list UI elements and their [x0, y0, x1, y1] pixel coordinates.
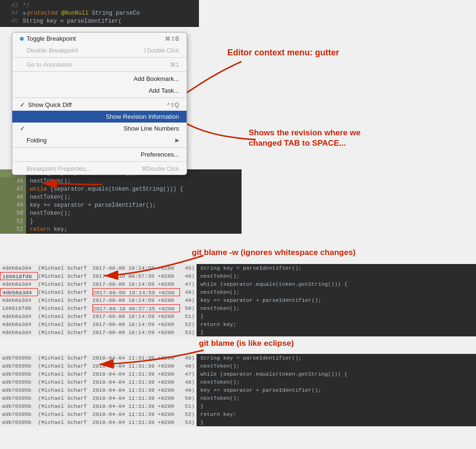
menu-item-show-quick-diff[interactable]: ✓ Show Quick Diff ^⇧Q	[12, 99, 187, 111]
blame-date-1-6: 2017-08-10 00:57:35 +0200	[92, 304, 180, 312]
label-git-blame-w: git blame -w (ignores whitespace changes…	[192, 247, 356, 258]
menu-item-disable-breakpoint[interactable]: Disable Breakpoint ⇧Double Click	[12, 44, 187, 56]
line-num-43: 43	[4, 2, 18, 9]
blame-hash-1-3: 4deb8a3d4	[0, 280, 38, 288]
menu-item-show-line-numbers[interactable]: ✓ Show Line Numbers	[12, 123, 187, 134]
menu-item-toggle-breakpoint[interactable]: Toggle Breakpoint ⌘⇧B	[12, 33, 187, 44]
menu-label-show-quick-diff: Show Quick Diff	[28, 101, 72, 108]
label-git-blame: git blame (is like eclipse)	[199, 338, 294, 349]
menu-item-folding[interactable]: Folding ▶	[12, 134, 187, 146]
blame2-date-6: 2018-04-04 11:31:39 +0200	[92, 394, 180, 402]
blame2-date-3: 2018-04-04 11:31:39 +0200	[92, 370, 180, 378]
arrow-folding: ▶	[175, 137, 179, 143]
blame-section-1: 4deb8a3d4 (Michael Scharf 2017-08-09 18:…	[0, 264, 476, 336]
blame2-author-9: (Michael Scharf	[38, 418, 92, 426]
menu-item-add-bookmark[interactable]: Add Bookmark...	[12, 73, 187, 85]
blame2-hash-5: a9b76505b	[0, 386, 38, 394]
menu-divider-5	[12, 161, 187, 162]
blame2-code-2: nextToken();	[197, 362, 476, 370]
menu-label-breakpoint-properties: Breakpoint Properties...	[27, 165, 91, 172]
blame2-author-6: (Michael Scharf	[38, 394, 92, 402]
blame-date-1-5: 2017-08-09 18:14:59 +0200	[92, 296, 180, 304]
shortcut-show-quick-diff: ^⇧Q	[167, 102, 179, 108]
line-code-43: */	[23, 2, 29, 9]
blame2-hash-8: a9b76505b	[0, 410, 38, 418]
blame-linenum-1-9: 53)	[180, 328, 197, 336]
blame-code-1-3: while (separator.equals(token.getString(…	[197, 280, 476, 288]
blame-author-1-4: (Michael Scharf	[38, 288, 92, 296]
blame-hash-1-7: 4deb8a3d4	[0, 312, 38, 320]
line-code-44: protected @NonNull String parseCo	[27, 10, 140, 17]
blame-date-1-8: 2017-08-09 18:14:59 +0200	[92, 320, 180, 328]
menu-item-add-task[interactable]: Add Task...	[12, 85, 187, 97]
blame-author-1-2: (Michael Scharf	[38, 272, 92, 280]
blame-date-1-4: 2017-08-09 18:14:59 +0200	[92, 288, 180, 296]
menu-divider-4	[12, 147, 187, 148]
blame-hash-1-4: 4deb8a3d4	[0, 288, 38, 296]
blame-linenum-1-1: 45)	[180, 264, 197, 272]
line-num-45: 45	[4, 18, 18, 25]
blame-hash-1-9: 4deb8a3d4	[0, 328, 38, 336]
blame2-date-2: 2018-04-04 11:31:39 +0200	[92, 362, 180, 370]
blame-linenum-1-3: 47)	[180, 280, 197, 288]
blame2-code-1: String key = parseIdentifier();	[197, 354, 476, 362]
menu-item-go-to-annotation[interactable]: Go to Annotation ⌘1	[12, 59, 187, 70]
blame-code-1-2: nextToken();	[197, 272, 476, 280]
blame-linenum-1-2: 46)	[180, 272, 197, 280]
shortcut-disable-breakpoint: ⇧Double Click	[143, 47, 179, 54]
line-num-44: 44	[4, 10, 18, 17]
blame2-hash-2: a9b76505b	[0, 362, 38, 370]
check-show-quick-diff: ✓	[20, 101, 25, 108]
menu-divider-2	[12, 71, 187, 72]
blame2-author-8: (Michael Scharf	[38, 410, 92, 418]
blame2-author-2: (Michael Scharf	[38, 362, 92, 370]
blame2-author-3: (Michael Scharf	[38, 370, 92, 378]
blame-author-1-8: (Michael Scharf	[38, 320, 92, 328]
blame-author-1-6: (Michael Scharf	[38, 304, 92, 312]
blame2-author-7: (Michael Scharf	[38, 402, 92, 410]
blame-code-1-6: nextToken();	[197, 304, 476, 312]
blame-code-1-5: key += separator + parseIdentifier();	[197, 296, 476, 304]
blame-author-1-5: (Michael Scharf	[38, 296, 92, 304]
blame-code-1-7: }	[197, 312, 476, 320]
blame2-linenum-8: 52)	[180, 410, 197, 418]
menu-label-add-bookmark: Add Bookmark...	[134, 75, 179, 82]
blame2-code-6: nextToken();	[197, 394, 476, 402]
blame-hash-1-8: 4deb8a3d4	[0, 320, 38, 328]
blame2-author-5: (Michael Scharf	[38, 386, 92, 394]
blame2-hash-3: a9b76505b	[0, 370, 38, 378]
menu-label-show-revision-info: Show Revision Information	[106, 113, 179, 120]
blame-linenum-1-5: 49)	[180, 296, 197, 304]
menu-label-toggle-breakpoint: Toggle Breakpoint	[27, 35, 76, 42]
blame2-hash-4: a9b76505b	[0, 378, 38, 386]
menu-item-preferences[interactable]: Preferences...	[12, 149, 187, 160]
blame-date-1-9: 2017-08-09 18:14:59 +0200	[92, 328, 180, 336]
blame-code-1-8: return key;	[197, 320, 476, 328]
check-show-line-numbers: ✓	[20, 125, 25, 132]
menu-item-breakpoint-properties[interactable]: Breakpoint Properties... ⌘Double Click	[12, 163, 187, 175]
blame2-code-9: }	[197, 418, 476, 426]
blame-author-1-3: (Michael Scharf	[38, 280, 92, 288]
blame2-linenum-4: 48)	[180, 378, 197, 386]
blame2-hash-1: a9b76505b	[0, 354, 38, 362]
label-git-blame-text: git blame (is like eclipse)	[199, 339, 294, 348]
shortcut-toggle-breakpoint: ⌘⇧B	[165, 35, 179, 42]
blame-code-1-1: String key = parseIdentifier();	[197, 264, 476, 272]
shortcut-go-to-annotation: ⌘1	[170, 62, 179, 68]
label-editor-context-menu: Editor context menu: gutter	[227, 47, 339, 58]
blame2-date-7: 2018-04-04 11:31:39 +0200	[92, 402, 180, 410]
line-arrow-44: ⊕	[23, 10, 26, 17]
blame2-date-8: 2018-04-04 11:31:39 +0200	[92, 410, 180, 418]
blame-linenum-1-8: 52)	[180, 320, 197, 328]
blame2-code-8: return key;	[197, 410, 476, 418]
menu-label-preferences: Preferences...	[141, 151, 179, 158]
blame-hash-1-1: 4deb8a3d4	[0, 264, 38, 272]
blame-linenum-1-4: 48)	[180, 288, 197, 296]
blame2-hash-9: a9b76505b	[0, 418, 38, 426]
blame-date-1-2: 2017-08-10 00:57:35 +0200	[92, 272, 180, 280]
blame2-hash-6: a9b76505b	[0, 394, 38, 402]
blame2-author-1: (Michael Scharf	[38, 354, 92, 362]
menu-item-show-revision-info[interactable]: Show Revision Information	[12, 111, 187, 123]
editor-top: 43 */ 44 ⊕ protected @NonNull String par…	[0, 0, 199, 27]
blame2-linenum-3: 47)	[180, 370, 197, 378]
